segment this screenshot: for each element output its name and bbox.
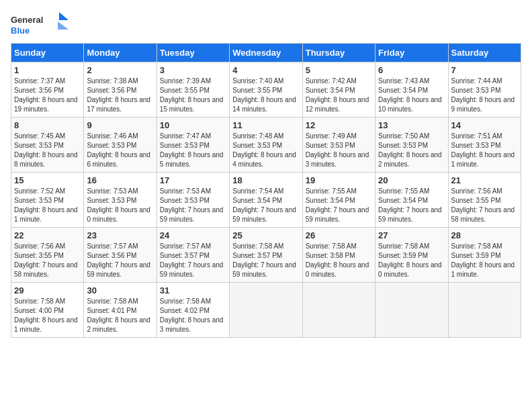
day-info: Sunrise: 7:58 AMSunset: 3:57 PMDaylight:… — [232, 242, 299, 279]
day-number: 31 — [160, 285, 226, 295]
day-number: 7 — [451, 65, 518, 75]
day-number: 21 — [451, 175, 518, 185]
calendar-cell — [375, 283, 448, 338]
day-header-monday: Monday — [84, 44, 157, 62]
calendar-cell: 22Sunrise: 7:56 AMSunset: 3:55 PMDayligh… — [11, 228, 84, 283]
day-number: 9 — [87, 120, 153, 130]
day-info: Sunrise: 7:37 AMSunset: 3:56 PMDaylight:… — [14, 77, 81, 114]
day-number: 27 — [378, 230, 445, 240]
day-number: 5 — [306, 65, 372, 75]
calendar-cell: 12Sunrise: 7:49 AMSunset: 3:53 PMDayligh… — [302, 118, 375, 173]
calendar-week-row: 1Sunrise: 7:37 AMSunset: 3:56 PMDaylight… — [11, 62, 521, 118]
day-number: 12 — [306, 120, 372, 130]
day-header-friday: Friday — [375, 44, 448, 62]
day-number: 14 — [451, 120, 518, 130]
svg-text:General: General — [11, 15, 43, 25]
calendar-cell: 1Sunrise: 7:37 AMSunset: 3:56 PMDaylight… — [11, 62, 84, 118]
day-info: Sunrise: 7:51 AMSunset: 3:53 PMDaylight:… — [451, 132, 518, 169]
day-number: 25 — [232, 230, 299, 240]
day-info: Sunrise: 7:55 AMSunset: 3:54 PMDaylight:… — [378, 187, 445, 224]
day-number: 17 — [160, 175, 226, 185]
calendar-cell — [302, 283, 375, 338]
svg-marker-3 — [58, 21, 69, 30]
day-number: 30 — [87, 285, 153, 295]
calendar-cell: 20Sunrise: 7:55 AMSunset: 3:54 PMDayligh… — [375, 173, 448, 228]
day-number: 22 — [14, 230, 81, 240]
day-info: Sunrise: 7:58 AMSunset: 4:01 PMDaylight:… — [87, 297, 153, 334]
calendar-cell: 9Sunrise: 7:46 AMSunset: 3:53 PMDaylight… — [84, 118, 157, 173]
day-info: Sunrise: 7:53 AMSunset: 3:53 PMDaylight:… — [87, 187, 153, 224]
calendar-table: SundayMondayTuesdayWednesdayThursdayFrid… — [11, 43, 521, 338]
day-number: 11 — [232, 120, 299, 130]
day-info: Sunrise: 7:49 AMSunset: 3:53 PMDaylight:… — [306, 132, 372, 169]
calendar-week-row: 15Sunrise: 7:52 AMSunset: 3:53 PMDayligh… — [11, 173, 521, 228]
day-info: Sunrise: 7:56 AMSunset: 3:55 PMDaylight:… — [14, 242, 81, 279]
calendar-cell: 27Sunrise: 7:58 AMSunset: 3:59 PMDayligh… — [375, 228, 448, 283]
svg-text:Blue: Blue — [11, 26, 30, 36]
calendar-cell: 13Sunrise: 7:50 AMSunset: 3:53 PMDayligh… — [375, 118, 448, 173]
calendar-cell: 5Sunrise: 7:42 AMSunset: 3:54 PMDaylight… — [302, 62, 375, 118]
day-info: Sunrise: 7:56 AMSunset: 3:55 PMDaylight:… — [451, 187, 518, 224]
day-info: Sunrise: 7:43 AMSunset: 3:54 PMDaylight:… — [378, 77, 445, 114]
calendar-cell: 11Sunrise: 7:48 AMSunset: 3:53 PMDayligh… — [230, 118, 302, 173]
calendar-cell: 16Sunrise: 7:53 AMSunset: 3:53 PMDayligh… — [84, 173, 157, 228]
calendar-cell: 15Sunrise: 7:52 AMSunset: 3:53 PMDayligh… — [11, 173, 84, 228]
calendar-cell — [230, 283, 302, 338]
day-info: Sunrise: 7:52 AMSunset: 3:53 PMDaylight:… — [14, 187, 81, 224]
calendar-cell: 18Sunrise: 7:54 AMSunset: 3:54 PMDayligh… — [230, 173, 302, 228]
svg-marker-2 — [59, 12, 69, 20]
day-info: Sunrise: 7:58 AMSunset: 4:00 PMDaylight:… — [14, 297, 81, 334]
calendar-week-row: 8Sunrise: 7:45 AMSunset: 3:53 PMDaylight… — [11, 118, 521, 173]
day-info: Sunrise: 7:47 AMSunset: 3:53 PMDaylight:… — [160, 132, 226, 169]
logo-icon: General Blue — [11, 11, 71, 38]
day-info: Sunrise: 7:58 AMSunset: 4:02 PMDaylight:… — [160, 297, 226, 334]
day-info: Sunrise: 7:57 AMSunset: 3:57 PMDaylight:… — [160, 242, 226, 279]
day-number: 13 — [378, 120, 445, 130]
calendar-week-row: 22Sunrise: 7:56 AMSunset: 3:55 PMDayligh… — [11, 228, 521, 283]
day-number: 29 — [14, 285, 81, 295]
day-info: Sunrise: 7:45 AMSunset: 3:53 PMDaylight:… — [14, 132, 81, 169]
calendar-cell: 25Sunrise: 7:58 AMSunset: 3:57 PMDayligh… — [230, 228, 302, 283]
day-info: Sunrise: 7:42 AMSunset: 3:54 PMDaylight:… — [306, 77, 372, 114]
day-info: Sunrise: 7:53 AMSunset: 3:53 PMDaylight:… — [160, 187, 226, 224]
calendar-cell: 24Sunrise: 7:57 AMSunset: 3:57 PMDayligh… — [157, 228, 229, 283]
day-number: 10 — [160, 120, 226, 130]
calendar-cell: 3Sunrise: 7:39 AMSunset: 3:55 PMDaylight… — [157, 62, 229, 118]
calendar-cell: 26Sunrise: 7:58 AMSunset: 3:58 PMDayligh… — [302, 228, 375, 283]
calendar-cell: 17Sunrise: 7:53 AMSunset: 3:53 PMDayligh… — [157, 173, 229, 228]
day-number: 6 — [378, 65, 445, 75]
day-info: Sunrise: 7:58 AMSunset: 3:58 PMDaylight:… — [306, 242, 372, 279]
calendar-cell: 30Sunrise: 7:58 AMSunset: 4:01 PMDayligh… — [84, 283, 157, 338]
day-header-thursday: Thursday — [302, 44, 375, 62]
calendar-cell: 31Sunrise: 7:58 AMSunset: 4:02 PMDayligh… — [157, 283, 229, 338]
logo: General Blue — [11, 11, 71, 38]
day-info: Sunrise: 7:44 AMSunset: 3:53 PMDaylight:… — [451, 77, 518, 114]
day-info: Sunrise: 7:50 AMSunset: 3:53 PMDaylight:… — [378, 132, 445, 169]
day-number: 23 — [87, 230, 153, 240]
day-number: 1 — [14, 65, 81, 75]
calendar-cell: 19Sunrise: 7:55 AMSunset: 3:54 PMDayligh… — [302, 173, 375, 228]
day-header-sunday: Sunday — [11, 44, 84, 62]
calendar-cell: 6Sunrise: 7:43 AMSunset: 3:54 PMDaylight… — [375, 62, 448, 118]
day-info: Sunrise: 7:48 AMSunset: 3:53 PMDaylight:… — [232, 132, 299, 169]
day-info: Sunrise: 7:38 AMSunset: 3:56 PMDaylight:… — [87, 77, 153, 114]
calendar-cell: 28Sunrise: 7:58 AMSunset: 3:59 PMDayligh… — [448, 228, 521, 283]
calendar-week-row: 29Sunrise: 7:58 AMSunset: 4:00 PMDayligh… — [11, 283, 521, 338]
day-number: 26 — [306, 230, 372, 240]
calendar-cell: 2Sunrise: 7:38 AMSunset: 3:56 PMDaylight… — [84, 62, 157, 118]
calendar-cell: 4Sunrise: 7:40 AMSunset: 3:55 PMDaylight… — [230, 62, 302, 118]
calendar-cell — [448, 283, 521, 338]
day-number: 20 — [378, 175, 445, 185]
day-number: 3 — [160, 65, 226, 75]
calendar-cell: 7Sunrise: 7:44 AMSunset: 3:53 PMDaylight… — [448, 62, 521, 118]
day-number: 2 — [87, 65, 153, 75]
day-number: 19 — [306, 175, 372, 185]
day-info: Sunrise: 7:55 AMSunset: 3:54 PMDaylight:… — [306, 187, 372, 224]
calendar-header-row: SundayMondayTuesdayWednesdayThursdayFrid… — [11, 44, 521, 62]
day-number: 4 — [232, 65, 299, 75]
day-header-tuesday: Tuesday — [157, 44, 229, 62]
day-info: Sunrise: 7:46 AMSunset: 3:53 PMDaylight:… — [87, 132, 153, 169]
day-number: 28 — [451, 230, 518, 240]
day-header-wednesday: Wednesday — [230, 44, 302, 62]
calendar-cell: 23Sunrise: 7:57 AMSunset: 3:56 PMDayligh… — [84, 228, 157, 283]
